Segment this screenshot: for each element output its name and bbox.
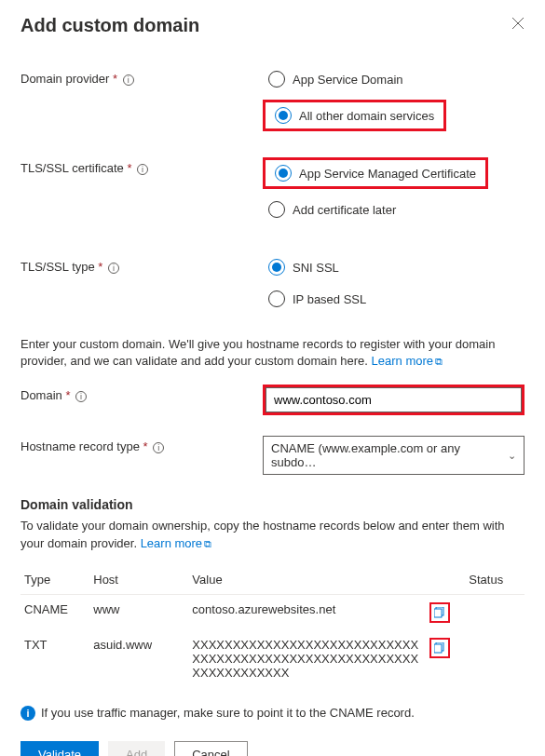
info-icon: i bbox=[20, 706, 35, 721]
copy-button[interactable] bbox=[429, 602, 450, 623]
th-type: Type bbox=[20, 565, 89, 595]
external-link-icon: ⧉ bbox=[435, 355, 443, 369]
radio-sni-ssl[interactable]: SNI SSL bbox=[263, 256, 525, 278]
info-icon[interactable]: i bbox=[108, 263, 119, 274]
hostname-type-label: Hostname record type * i bbox=[20, 436, 263, 453]
domain-label: Domain * i bbox=[20, 385, 263, 402]
add-button: Add bbox=[108, 741, 165, 756]
domain-provider-label: Domain provider * i bbox=[20, 68, 263, 86]
cancel-button[interactable]: Cancel bbox=[174, 741, 247, 756]
table-row: CNAME www contoso.azurewebsites.net bbox=[20, 594, 525, 630]
radio-app-service-domain[interactable]: App Service Domain bbox=[263, 68, 525, 90]
hostname-type-select[interactable]: CNAME (www.example.com or any subdo… ⌄ bbox=[263, 436, 525, 475]
domain-input[interactable] bbox=[266, 387, 522, 412]
close-icon[interactable] bbox=[511, 17, 525, 33]
svg-rect-3 bbox=[434, 609, 442, 617]
domain-validation-text: To validate your domain ownership, copy … bbox=[20, 518, 525, 551]
page-title: Add custom domain bbox=[20, 15, 525, 36]
svg-rect-5 bbox=[434, 644, 442, 653]
info-note: i If you use traffic manager, make sure … bbox=[20, 706, 525, 721]
th-host: Host bbox=[89, 565, 188, 595]
tls-cert-label: TLS/SSL certificate * i bbox=[20, 157, 263, 175]
info-icon[interactable]: i bbox=[123, 74, 134, 86]
th-value: Value bbox=[188, 565, 426, 595]
radio-add-cert-later[interactable]: Add certificate later bbox=[263, 198, 525, 221]
radio-managed-cert[interactable]: App Service Managed Certificate bbox=[269, 162, 482, 184]
copy-button[interactable] bbox=[429, 638, 450, 658]
radio-ip-ssl[interactable]: IP based SSL bbox=[263, 288, 525, 310]
learn-more-link-2[interactable]: Learn more⧉ bbox=[141, 536, 211, 550]
info-icon[interactable]: i bbox=[153, 442, 164, 453]
tls-type-label: TLS/SSL type * i bbox=[20, 256, 263, 274]
radio-all-other-domain[interactable]: All other domain services bbox=[269, 104, 440, 127]
chevron-down-icon: ⌄ bbox=[508, 450, 516, 462]
domain-validation-heading: Domain validation bbox=[20, 497, 525, 512]
domain-description: Enter your custom domain. We'll give you… bbox=[20, 336, 525, 370]
external-link-icon: ⧉ bbox=[204, 537, 211, 551]
info-icon[interactable]: i bbox=[137, 164, 148, 175]
records-table: Type Host Value Status CNAME www contoso… bbox=[20, 565, 525, 687]
info-icon[interactable]: i bbox=[75, 391, 87, 402]
validate-button[interactable]: Validate bbox=[20, 741, 99, 756]
table-row: TXT asuid.www XXXXXXXXXXXXXXXXXXXXXXXXXX… bbox=[20, 630, 525, 687]
learn-more-link[interactable]: Learn more⧉ bbox=[372, 354, 443, 368]
th-status: Status bbox=[465, 565, 525, 595]
